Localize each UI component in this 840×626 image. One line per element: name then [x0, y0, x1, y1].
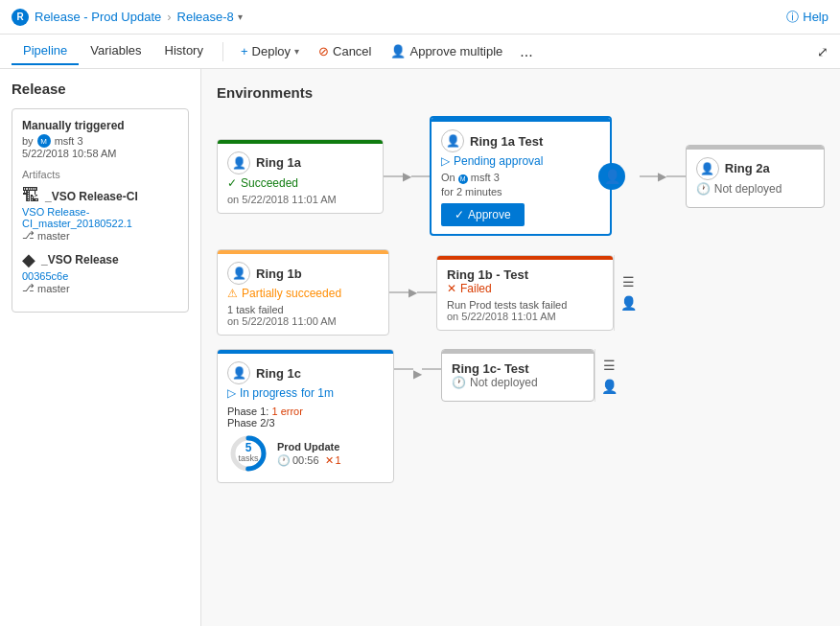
ring1b-test-inner: Ring 1b - Test ✕ Failed Run Prod tests t… [437, 260, 613, 330]
ring1b-inner: 👤 Ring 1b ⚠ Partially succeeded 1 task f… [218, 254, 388, 335]
cancel-icon: ⊘ [318, 44, 329, 58]
ring1b-test-date: on 5/22/2018 11:01 AM [447, 311, 603, 322]
artifact-link-1[interactable]: VSO Release-CI_master_20180522.1 [22, 206, 178, 229]
ring1c-person-icon: 👤 [227, 361, 250, 384]
ring1c-test-name: Ring 1c- Test [452, 361, 584, 376]
toolbar-separator [222, 42, 223, 61]
toolbar: Pipeline Variables History + Deploy ▾ ⊘ … [0, 35, 840, 69]
connector-1b-1btest-2 [417, 291, 436, 293]
user-name: msft 3 [55, 135, 83, 147]
arrow-1c-1ctest: ▶ [413, 368, 422, 380]
clock-icon-1c: 🕐 [277, 454, 291, 467]
cancel-button[interactable]: ⊘ Cancel [309, 40, 381, 62]
connector-1b-1btest [389, 291, 408, 293]
x-icon: ✕ [447, 282, 456, 295]
expand-icon[interactable]: ⤢ [817, 44, 828, 59]
pending-avatar: 👤 [598, 163, 625, 190]
ring1c-error-stat: ✕ 1 [325, 454, 341, 467]
approve-multiple-button[interactable]: 👤 Approve multiple [381, 40, 512, 62]
ring2a-person-icon: 👤 [696, 157, 719, 180]
artifact-item-2: ◆ _VSO Release 00365c6e ⎇ master [22, 249, 178, 294]
ring1b-date: on 5/22/2018 11:00 AM [227, 315, 379, 327]
approve-button[interactable]: ✓ Approve [441, 203, 525, 226]
x-icon-1c: ✕ [325, 454, 334, 467]
environments-title: Environments [217, 84, 825, 101]
ring1c-progress: Phase 1: 1 error Phase 2/3 [227, 406, 384, 475]
branch-icon-1: ⎇ [22, 229, 35, 242]
ring1c-donut: 5 tasks [227, 432, 269, 475]
arrow-1atest-2a: ▶ [658, 171, 666, 182]
ring1b-test-detail: Run Prod tests task failed [447, 299, 603, 311]
deploy-button[interactable]: + Deploy ▾ [231, 40, 309, 62]
ring1b-status: ⚠ Partially succeeded [227, 287, 379, 300]
ring1c-test-wrapper: Ring 1c- Test 🕐 Not deployed ☰ 👤 [441, 349, 623, 402]
main-layout: Release Manually triggered by M msft 3 5… [0, 69, 840, 626]
ring1b-test-name: Ring 1b - Test [447, 267, 603, 282]
ring1a-name: Ring 1a [256, 155, 301, 170]
artifacts-label: Artifacts [22, 169, 178, 180]
release-card: Manually triggered by M msft 3 5/22/2018… [12, 108, 189, 313]
play-icon-1c: ▷ [227, 386, 236, 400]
artifacts-section: Artifacts 🏗 _VSO Release-CI VSO Release-… [22, 169, 178, 294]
artifact-build-icon: 🏗 [22, 186, 39, 206]
ring1c-duration: for 1m [301, 386, 334, 400]
ring1a-test-detail2: for 2 minutes [441, 186, 600, 197]
ring1c-card: 👤 Ring 1c ▷ In progress for 1m Phase 1: … [217, 349, 394, 483]
trigger-text: Manually triggered [22, 119, 178, 132]
ring2a-name: Ring 2a [725, 161, 770, 175]
ring1c-test-status: 🕐 Not deployed [452, 376, 584, 389]
ring1a-status: ✓ Succeeded [227, 176, 373, 190]
connector-1atest-2a [640, 175, 658, 177]
app-logo: R [12, 9, 29, 26]
tasks-icon: ☰ [622, 274, 635, 290]
ring1b-test-side: ☰ 👤 [614, 255, 642, 331]
ring1b-name: Ring 1b [256, 267, 302, 281]
ring1c-donut-label: 5 tasks [238, 442, 258, 464]
help-button[interactable]: ⓘ Help [786, 9, 828, 26]
ring1b-card: 👤 Ring 1b ⚠ Partially succeeded 1 task f… [217, 249, 389, 336]
artifact-item-1: 🏗 _VSO Release-CI VSO Release-CI_master_… [22, 186, 178, 242]
ring1a-test-inner: 👤 Ring 1a Test ▷ Pending approval On M [432, 122, 610, 234]
user-dot: M [458, 174, 468, 184]
content-area: Environments 👤 Ring 1a ✓ Succeeded on 5/… [201, 69, 840, 626]
tab-pipeline[interactable]: Pipeline [12, 37, 79, 65]
pipeline-row-2: 👤 Ring 1b ⚠ Partially succeeded 1 task f… [217, 249, 825, 336]
breadcrumb-release8[interactable]: Release-8 ▾ [177, 10, 243, 24]
person-icon-1ctest: 👤 [601, 379, 618, 394]
connector-1a-1atest [384, 175, 402, 177]
ring1c-prod-stats: 🕐 00:56 ✕ 1 [277, 454, 341, 467]
more-options-button[interactable]: ... [512, 39, 540, 64]
ring1c-test-card: Ring 1c- Test 🕐 Not deployed [441, 349, 595, 402]
artifact-link-2[interactable]: 00365c6e [22, 270, 178, 282]
ring1a-date: on 5/22/2018 11:01 AM [227, 194, 373, 205]
by-label: by [22, 135, 34, 147]
sidebar: Release Manually triggered by M msft 3 5… [0, 69, 201, 626]
artifact-branch-1: ⎇ master [22, 229, 178, 242]
ring1c-phase1: Phase 1: 1 error [227, 406, 384, 417]
ring1c-prod-name: Prod Update [277, 441, 341, 452]
ring1c-phase2: Phase 2/3 [227, 417, 384, 429]
artifact-diamond-icon: ◆ [22, 249, 35, 270]
connector-1c-1ctest [394, 368, 413, 370]
tab-variables[interactable]: Variables [79, 37, 152, 65]
ring1b-test-wrapper: Ring 1b - Test ✕ Failed Run Prod tests t… [436, 255, 642, 331]
branch-icon-2: ⎇ [22, 282, 35, 294]
help-icon: ⓘ [786, 9, 799, 26]
ring2a-status: 🕐 Not deployed [696, 182, 814, 196]
ring1b-detail: 1 task failed [227, 304, 379, 315]
ring1a-test-wrapper: 👤 Ring 1a Test ▷ Pending approval On M [430, 116, 612, 236]
ring1c-test-inner: Ring 1c- Test 🕐 Not deployed [442, 354, 594, 401]
play-icon: ▷ [441, 154, 450, 168]
artifact-name-1: _VSO Release-CI [45, 190, 138, 203]
tab-history[interactable]: History [153, 37, 215, 65]
clock-icon-1ctest: 🕐 [452, 376, 466, 389]
ring1c-status: ▷ In progress for 1m [227, 386, 384, 400]
ring1c-prod-info: Prod Update 🕐 00:56 ✕ 1 [277, 441, 341, 467]
trigger-date: 5/22/2018 10:58 AM [22, 148, 178, 159]
arrow-1a-1atest: ▶ [403, 171, 411, 182]
ring2a-inner: 👤 Ring 2a 🕐 Not deployed [687, 150, 824, 207]
ring1b-person-icon: 👤 [227, 262, 250, 285]
ring1a-test-status: ▷ Pending approval [441, 154, 600, 168]
breadcrumb-release[interactable]: Release - Prod Update [35, 10, 161, 24]
ring1a-test-card: 👤 Ring 1a Test ▷ Pending approval On M [430, 116, 612, 236]
